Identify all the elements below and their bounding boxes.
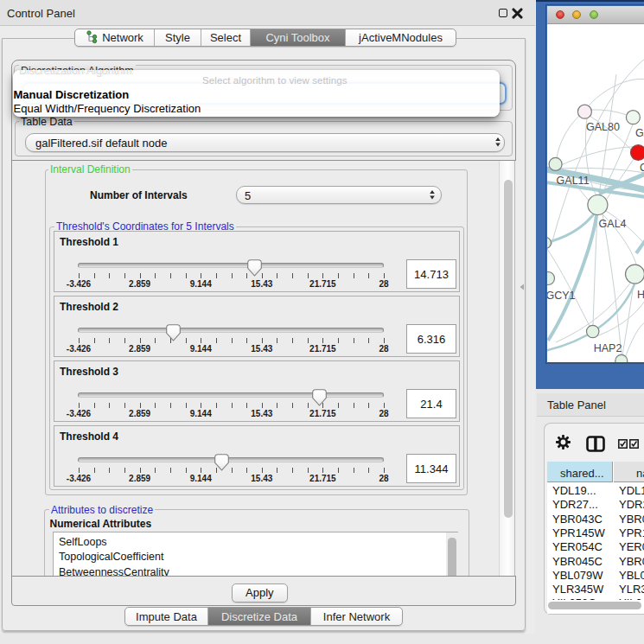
svg-text:GA: GA <box>635 127 644 139</box>
svg-text:HAP2: HAP2 <box>593 342 622 354</box>
svg-text:GAL4: GAL4 <box>598 218 626 230</box>
svg-text:CY: CY <box>640 162 644 174</box>
svg-text:GCY1: GCY1 <box>547 290 576 302</box>
svg-text:GAL80: GAL80 <box>586 121 620 133</box>
svg-text:H: H <box>636 289 644 301</box>
svg-text:GAL11: GAL11 <box>556 175 589 187</box>
